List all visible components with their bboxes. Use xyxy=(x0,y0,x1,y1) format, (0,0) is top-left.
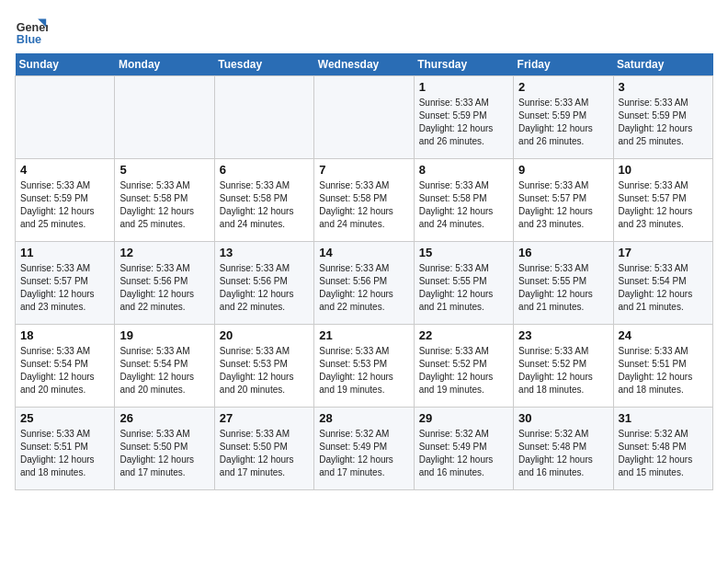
calendar-cell: 10Sunrise: 5:33 AM Sunset: 5:57 PM Dayli… xyxy=(613,159,712,242)
day-info: Sunrise: 5:33 AM Sunset: 5:59 PM Dayligh… xyxy=(518,97,608,148)
calendar-cell: 4Sunrise: 5:33 AM Sunset: 5:59 PM Daylig… xyxy=(16,159,115,242)
day-info: Sunrise: 5:33 AM Sunset: 5:53 PM Dayligh… xyxy=(220,345,309,396)
day-info: Sunrise: 5:33 AM Sunset: 5:54 PM Dayligh… xyxy=(20,345,109,396)
day-number: 19 xyxy=(119,328,209,342)
day-info: Sunrise: 5:33 AM Sunset: 5:56 PM Dayligh… xyxy=(119,262,209,314)
calendar-cell: 2Sunrise: 5:33 AM Sunset: 5:59 PM Daylig… xyxy=(514,76,613,159)
day-number: 20 xyxy=(220,328,309,342)
calendar-cell: 21Sunrise: 5:33 AM Sunset: 5:53 PM Dayli… xyxy=(314,325,414,408)
calendar-cell: 25Sunrise: 5:33 AM Sunset: 5:51 PM Dayli… xyxy=(16,408,115,490)
day-number: 7 xyxy=(319,163,408,177)
day-number: 29 xyxy=(419,411,508,425)
day-info: Sunrise: 5:33 AM Sunset: 5:58 PM Dayligh… xyxy=(319,179,408,231)
calendar-cell: 3Sunrise: 5:33 AM Sunset: 5:59 PM Daylig… xyxy=(613,76,712,159)
calendar-cell: 13Sunrise: 5:33 AM Sunset: 5:56 PM Dayli… xyxy=(214,242,313,325)
calendar-cell: 6Sunrise: 5:33 AM Sunset: 5:58 PM Daylig… xyxy=(214,159,313,242)
day-info: Sunrise: 5:33 AM Sunset: 5:57 PM Dayligh… xyxy=(20,262,109,314)
day-info: Sunrise: 5:33 AM Sunset: 5:57 PM Dayligh… xyxy=(518,179,608,231)
day-info: Sunrise: 5:33 AM Sunset: 5:56 PM Dayligh… xyxy=(220,262,309,314)
day-info: Sunrise: 5:33 AM Sunset: 5:59 PM Dayligh… xyxy=(20,179,109,231)
page-header: General Blue xyxy=(15,15,713,48)
calendar-cell: 20Sunrise: 5:33 AM Sunset: 5:53 PM Dayli… xyxy=(214,325,313,408)
day-info: Sunrise: 5:32 AM Sunset: 5:49 PM Dayligh… xyxy=(319,428,408,479)
day-number: 12 xyxy=(119,246,209,259)
day-info: Sunrise: 5:32 AM Sunset: 5:49 PM Dayligh… xyxy=(419,428,508,479)
weekday-header-sunday: Sunday xyxy=(16,53,115,76)
calendar-cell: 28Sunrise: 5:32 AM Sunset: 5:49 PM Dayli… xyxy=(314,408,414,490)
day-number: 6 xyxy=(220,163,309,177)
calendar-cell: 14Sunrise: 5:33 AM Sunset: 5:56 PM Dayli… xyxy=(314,242,414,325)
day-info: Sunrise: 5:33 AM Sunset: 5:50 PM Dayligh… xyxy=(119,428,209,479)
day-number: 31 xyxy=(619,411,708,425)
day-info: Sunrise: 5:33 AM Sunset: 5:59 PM Dayligh… xyxy=(419,97,508,148)
day-number: 14 xyxy=(319,246,408,259)
day-number: 1 xyxy=(419,80,508,94)
calendar-cell: 24Sunrise: 5:33 AM Sunset: 5:51 PM Dayli… xyxy=(613,325,712,408)
day-number: 9 xyxy=(518,163,608,177)
day-info: Sunrise: 5:33 AM Sunset: 5:56 PM Dayligh… xyxy=(319,262,408,314)
day-number: 23 xyxy=(518,328,608,342)
day-number: 24 xyxy=(619,328,708,342)
weekday-header-saturday: Saturday xyxy=(613,53,712,76)
day-info: Sunrise: 5:33 AM Sunset: 5:53 PM Dayligh… xyxy=(319,345,408,396)
calendar-cell: 19Sunrise: 5:33 AM Sunset: 5:54 PM Dayli… xyxy=(115,325,214,408)
day-number: 30 xyxy=(518,411,608,425)
calendar-cell xyxy=(214,76,313,159)
calendar-cell: 18Sunrise: 5:33 AM Sunset: 5:54 PM Dayli… xyxy=(16,325,115,408)
day-info: Sunrise: 5:33 AM Sunset: 5:52 PM Dayligh… xyxy=(419,345,508,396)
day-number: 28 xyxy=(319,411,408,425)
day-number: 5 xyxy=(119,163,209,177)
weekday-header-thursday: Thursday xyxy=(414,53,513,76)
day-info: Sunrise: 5:33 AM Sunset: 5:58 PM Dayligh… xyxy=(419,179,508,231)
day-info: Sunrise: 5:33 AM Sunset: 5:54 PM Dayligh… xyxy=(619,262,708,314)
day-info: Sunrise: 5:33 AM Sunset: 5:54 PM Dayligh… xyxy=(119,345,209,396)
day-number: 11 xyxy=(20,246,109,259)
day-info: Sunrise: 5:33 AM Sunset: 5:58 PM Dayligh… xyxy=(220,179,309,231)
calendar-cell: 11Sunrise: 5:33 AM Sunset: 5:57 PM Dayli… xyxy=(16,242,115,325)
calendar-table: SundayMondayTuesdayWednesdayThursdayFrid… xyxy=(15,53,713,490)
calendar-cell: 1Sunrise: 5:33 AM Sunset: 5:59 PM Daylig… xyxy=(414,76,513,159)
weekday-header-friday: Friday xyxy=(514,53,613,76)
day-number: 2 xyxy=(518,80,608,94)
weekday-header-wednesday: Wednesday xyxy=(314,53,414,76)
day-number: 21 xyxy=(319,328,408,342)
day-number: 4 xyxy=(20,163,109,177)
day-info: Sunrise: 5:33 AM Sunset: 5:52 PM Dayligh… xyxy=(518,345,608,396)
day-info: Sunrise: 5:33 AM Sunset: 5:55 PM Dayligh… xyxy=(419,262,508,314)
day-number: 15 xyxy=(419,246,508,259)
day-number: 16 xyxy=(518,246,608,259)
day-info: Sunrise: 5:32 AM Sunset: 5:48 PM Dayligh… xyxy=(518,428,608,479)
calendar-cell: 9Sunrise: 5:33 AM Sunset: 5:57 PM Daylig… xyxy=(514,159,613,242)
day-info: Sunrise: 5:33 AM Sunset: 5:59 PM Dayligh… xyxy=(619,97,708,148)
calendar-cell: 5Sunrise: 5:33 AM Sunset: 5:58 PM Daylig… xyxy=(115,159,214,242)
day-number: 8 xyxy=(419,163,508,177)
calendar-cell: 31Sunrise: 5:32 AM Sunset: 5:48 PM Dayli… xyxy=(613,408,712,490)
day-number: 26 xyxy=(119,411,209,425)
day-number: 22 xyxy=(419,328,508,342)
day-number: 27 xyxy=(220,411,309,425)
calendar-cell: 30Sunrise: 5:32 AM Sunset: 5:48 PM Dayli… xyxy=(514,408,613,490)
weekday-header-monday: Monday xyxy=(115,53,214,76)
calendar-cell xyxy=(314,76,414,159)
calendar-cell: 17Sunrise: 5:33 AM Sunset: 5:54 PM Dayli… xyxy=(613,242,712,325)
day-number: 18 xyxy=(20,328,109,342)
day-info: Sunrise: 5:33 AM Sunset: 5:51 PM Dayligh… xyxy=(619,345,708,396)
day-number: 17 xyxy=(619,246,708,259)
day-info: Sunrise: 5:33 AM Sunset: 5:55 PM Dayligh… xyxy=(518,262,608,314)
weekday-header-tuesday: Tuesday xyxy=(214,53,313,76)
day-info: Sunrise: 5:33 AM Sunset: 5:58 PM Dayligh… xyxy=(119,179,209,231)
day-info: Sunrise: 5:32 AM Sunset: 5:48 PM Dayligh… xyxy=(619,428,708,479)
calendar-cell: 26Sunrise: 5:33 AM Sunset: 5:50 PM Dayli… xyxy=(115,408,214,490)
day-info: Sunrise: 5:33 AM Sunset: 5:51 PM Dayligh… xyxy=(20,428,109,479)
day-number: 10 xyxy=(619,163,708,177)
calendar-cell: 16Sunrise: 5:33 AM Sunset: 5:55 PM Dayli… xyxy=(514,242,613,325)
calendar-cell: 29Sunrise: 5:32 AM Sunset: 5:49 PM Dayli… xyxy=(414,408,513,490)
calendar-cell: 23Sunrise: 5:33 AM Sunset: 5:52 PM Dayli… xyxy=(514,325,613,408)
day-number: 13 xyxy=(220,246,309,259)
calendar-cell: 7Sunrise: 5:33 AM Sunset: 5:58 PM Daylig… xyxy=(314,159,414,242)
calendar-cell: 12Sunrise: 5:33 AM Sunset: 5:56 PM Dayli… xyxy=(115,242,214,325)
calendar-cell xyxy=(115,76,214,159)
calendar-cell: 8Sunrise: 5:33 AM Sunset: 5:58 PM Daylig… xyxy=(414,159,513,242)
calendar-cell: 27Sunrise: 5:33 AM Sunset: 5:50 PM Dayli… xyxy=(214,408,313,490)
day-number: 3 xyxy=(619,80,708,94)
